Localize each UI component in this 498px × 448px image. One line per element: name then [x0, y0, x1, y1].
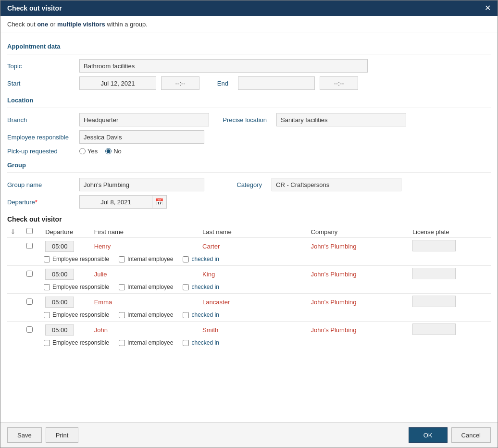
time-cell-3: 05:00: [45, 297, 74, 308]
start-date-input[interactable]: [79, 76, 156, 90]
row-company-3: John's Plumbing: [308, 294, 410, 311]
calendar-icon[interactable]: 📅: [152, 196, 166, 208]
visitor-sub-row-4: Employee responsible Internal employee c…: [7, 338, 491, 349]
save-button[interactable]: Save: [7, 427, 42, 443]
checked-in-checkbox-label-4[interactable]: checked in: [183, 339, 219, 346]
table-row: 05:00 John Smith John's Plumbing: [7, 322, 491, 338]
employee-responsible-text-3: Employee responsible: [52, 311, 109, 318]
pickup-no-radio[interactable]: [105, 148, 112, 154]
internal-employee-checkbox-label-4[interactable]: Internal employee: [119, 339, 173, 346]
table-row: 05:00 Emma Lancaster John's Plumbing: [7, 294, 491, 311]
modal-body: Appointment data Topic Start End Locatio…: [0, 33, 498, 422]
end-time-input[interactable]: [320, 76, 358, 90]
start-time-input[interactable]: [161, 76, 199, 90]
branch-input[interactable]: [79, 113, 209, 126]
row-checkbox-3: [24, 294, 42, 311]
row-sort-3: [7, 294, 24, 311]
departure-input-wrap: 📅: [79, 195, 167, 209]
pickup-yes-radio[interactable]: [79, 148, 86, 154]
row-company-1: John's Plumbing: [308, 238, 410, 255]
internal-employee-text-1: Internal employee: [127, 256, 173, 262]
sub-row-content-1: Employee responsible Internal employee c…: [7, 255, 491, 265]
employee-responsible-checkbox-4[interactable]: [44, 340, 50, 346]
checked-in-checkbox-1[interactable]: [183, 256, 189, 262]
checked-in-checkbox-2[interactable]: [183, 284, 189, 290]
pickup-radio-group: Yes No: [79, 148, 122, 155]
appointment-section-title: Appointment data: [7, 43, 491, 50]
pickup-yes-option[interactable]: Yes: [79, 148, 98, 155]
row-firstname-1: Henry: [91, 238, 199, 255]
row-lastname-1: Carter: [199, 238, 308, 255]
row-sort-2: [7, 266, 24, 283]
row-plate-1: [410, 238, 491, 255]
checked-in-checkbox-4[interactable]: [183, 340, 189, 346]
group-name-input[interactable]: [79, 178, 204, 191]
select-all-header: [24, 226, 42, 238]
footer-left-buttons: Save Print: [7, 427, 78, 443]
internal-employee-checkbox-3[interactable]: [119, 312, 125, 318]
row-checkbox-4: [24, 322, 42, 338]
employee-responsible-checkbox-label-2[interactable]: Employee responsible: [44, 284, 109, 290]
row-checkbox-2: [24, 266, 42, 283]
employee-responsible-row: Employee responsible: [7, 130, 491, 144]
row-sort-1: [7, 238, 24, 255]
row-lastname-2: King: [199, 266, 308, 283]
print-button[interactable]: Print: [46, 427, 79, 443]
checked-in-checkbox-label-2[interactable]: checked in: [183, 284, 219, 290]
employee-responsible-checkbox-3[interactable]: [44, 312, 50, 318]
group-name-row: Group name Category: [7, 178, 491, 191]
departure-date-input[interactable]: [80, 197, 152, 208]
precise-location-input[interactable]: [276, 113, 406, 126]
ok-button[interactable]: OK: [409, 427, 448, 443]
footer-right-buttons: OK Cancel: [409, 427, 491, 443]
employee-responsible-checkbox-label-3[interactable]: Employee responsible: [44, 311, 109, 318]
employee-responsible-text-1: Employee responsible: [52, 256, 109, 262]
visitors-table: ⇓ Departure First name Last name Company…: [7, 226, 491, 349]
lastname-col-header: Last name: [199, 226, 308, 238]
row-plate-4: [410, 322, 491, 338]
row-lastname-4: Smith: [199, 322, 308, 338]
group-section-title: Group: [7, 162, 491, 169]
employee-responsible-checkbox-label-1[interactable]: Employee responsible: [44, 256, 109, 262]
internal-employee-checkbox-1[interactable]: [119, 256, 125, 262]
employee-responsible-checkbox-2[interactable]: [44, 284, 50, 290]
end-date-input[interactable]: [238, 76, 315, 90]
category-label: Category: [209, 181, 267, 188]
internal-employee-checkbox-2[interactable]: [119, 284, 125, 290]
select-all-checkbox[interactable]: [26, 228, 33, 234]
row-checkbox-1: [24, 238, 42, 255]
internal-employee-checkbox-label-1[interactable]: Internal employee: [119, 256, 173, 262]
checked-in-checkbox-3[interactable]: [183, 312, 189, 318]
internal-employee-checkbox-label-3[interactable]: Internal employee: [119, 311, 173, 318]
row-plate-2: [410, 266, 491, 283]
visitor-checkbox-4[interactable]: [26, 326, 33, 333]
row-company-4: John's Plumbing: [308, 322, 410, 338]
table-row: 05:00 Henry Carter John's Plumbing: [7, 238, 491, 255]
checked-in-checkbox-label-1[interactable]: checked in: [183, 256, 219, 262]
internal-employee-checkbox-4[interactable]: [119, 340, 125, 346]
internal-employee-text-4: Internal employee: [127, 339, 173, 346]
category-input[interactable]: [272, 178, 401, 191]
sort-arrow-icon[interactable]: ⇓: [10, 228, 16, 236]
visitor-checkbox-3[interactable]: [26, 299, 33, 305]
pickup-no-option[interactable]: No: [105, 148, 122, 155]
employee-responsible-checkbox-1[interactable]: [44, 256, 50, 262]
visitor-sub-row-2: Employee responsible Internal employee c…: [7, 283, 491, 293]
visitor-checkbox-2[interactable]: [26, 271, 33, 277]
employee-responsible-input[interactable]: [79, 130, 204, 144]
appointment-divider: [7, 54, 491, 54]
plate-cell-3: [412, 296, 456, 307]
location-section-title: Location: [7, 97, 491, 104]
row-plate-3: [410, 294, 491, 311]
visitor-checkbox-1[interactable]: [26, 243, 33, 249]
time-cell-4: 05:00: [45, 324, 74, 336]
employee-responsible-label: Employee responsible: [7, 134, 75, 141]
cancel-button[interactable]: Cancel: [451, 427, 491, 443]
internal-employee-checkbox-label-2[interactable]: Internal employee: [119, 284, 173, 290]
employee-responsible-checkbox-label-4[interactable]: Employee responsible: [44, 339, 109, 346]
checked-in-checkbox-label-3[interactable]: checked in: [183, 311, 219, 318]
modal-checkout-visitor: Check out visitor ✕ Check out one or mul…: [0, 0, 498, 448]
topic-input[interactable]: [79, 59, 368, 73]
close-button[interactable]: ✕: [485, 4, 491, 12]
precise-location-label: Precise location: [214, 116, 272, 124]
